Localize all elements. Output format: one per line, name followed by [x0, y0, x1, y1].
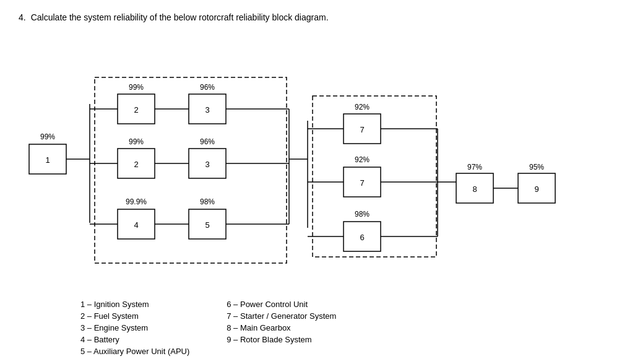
reliability-block-diagram: 99% 1 99% 2 96% 3 99% 2 96% 3 99.9%: [17, 50, 611, 285]
svg-text:99%: 99%: [128, 83, 143, 92]
svg-text:92%: 92%: [354, 103, 369, 111]
svg-text:98%: 98%: [354, 210, 369, 219]
svg-text:9: 9: [534, 184, 538, 194]
svg-text:97%: 97%: [467, 163, 482, 171]
svg-text:3: 3: [205, 105, 209, 115]
svg-text:2: 2: [134, 160, 138, 169]
svg-text:96%: 96%: [199, 137, 214, 146]
legend-col-2: 6 – Power Control Unit 7 – Starter / Gen…: [227, 300, 336, 356]
legend-item-6: 6 – Power Control Unit: [227, 300, 336, 309]
legend-item-4: 4 – Battery: [80, 335, 189, 344]
legend-item-2: 2 – Fuel System: [80, 311, 189, 321]
legend-col-1: 1 – Ignition System 2 – Fuel System 3 – …: [80, 300, 189, 356]
svg-text:99.9%: 99.9%: [125, 197, 146, 206]
svg-text:3: 3: [205, 160, 209, 169]
diagram-area-final: 99% 1 99% 2 96% 3 99% 2 96% 3 99.9%: [19, 50, 608, 285]
legend-item-8: 8 – Main Gearbox: [227, 323, 336, 332]
svg-text:99%: 99%: [40, 132, 54, 141]
legend-item-9: 9 – Rotor Blade System: [227, 335, 336, 344]
legend-item-5: 5 – Auxiliary Power Unit (APU): [80, 347, 189, 356]
svg-text:8: 8: [472, 184, 477, 194]
legend: 1 – Ignition System 2 – Fuel System 3 – …: [19, 300, 608, 356]
legend-item-7: 7 – Starter / Generator System: [227, 311, 336, 321]
svg-text:5: 5: [205, 220, 209, 230]
svg-text:2: 2: [134, 105, 138, 115]
legend-item-1: 1 – Ignition System: [80, 300, 189, 309]
svg-text:7: 7: [360, 125, 364, 134]
svg-text:6: 6: [360, 233, 364, 242]
question-text: Calculate the system reliability of the …: [31, 12, 329, 22]
svg-text:1: 1: [45, 155, 50, 165]
question-number: 4.: [19, 12, 26, 22]
svg-text:98%: 98%: [199, 197, 214, 206]
svg-text:95%: 95%: [529, 163, 543, 171]
svg-text:96%: 96%: [199, 83, 214, 92]
svg-text:92%: 92%: [354, 155, 369, 164]
svg-text:4: 4: [134, 220, 138, 230]
question-header: 4. Calculate the system reliability of t…: [19, 12, 608, 22]
svg-text:99%: 99%: [128, 137, 143, 146]
legend-item-3: 3 – Engine System: [80, 323, 189, 332]
svg-text:7: 7: [360, 178, 364, 188]
